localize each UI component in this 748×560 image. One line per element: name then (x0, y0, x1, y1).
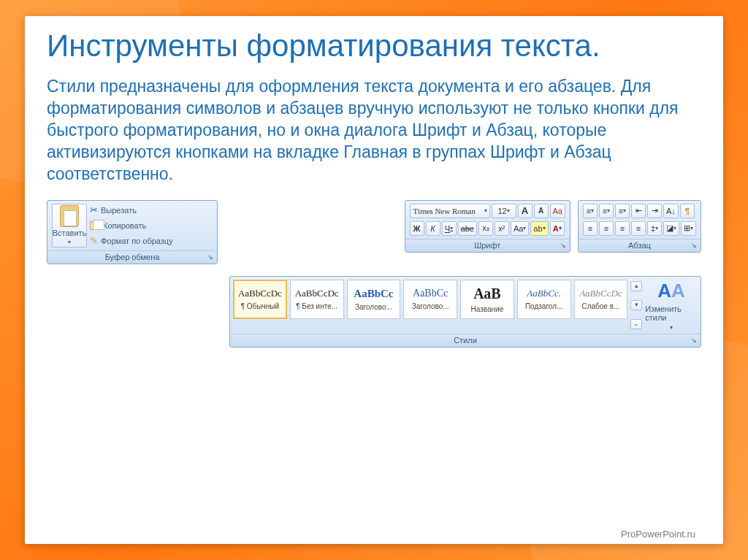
cut-label: Вырезать (101, 206, 137, 215)
style-label: Слабое в... (576, 302, 625, 310)
change-styles-icon: AA (657, 280, 685, 302)
paste-label: Вставить (53, 229, 87, 237)
clipboard-icon (60, 205, 79, 227)
bold-button[interactable]: Ж (410, 221, 424, 236)
styles-group-label: Стили ↘ (230, 334, 701, 347)
align-right-button[interactable]: ≡ (615, 221, 630, 236)
underline-button[interactable]: Ч▾ (442, 221, 457, 236)
dialog-launcher-icon[interactable]: ↘ (559, 242, 568, 250)
slide: Инструменты форматирования текста. Стили… (25, 16, 723, 544)
format-painter-label: Формат по образцу (101, 237, 173, 245)
line-spacing-button[interactable]: ‡▾ (647, 221, 662, 236)
font-color-button[interactable]: A▾ (550, 221, 565, 236)
style-card[interactable]: AaBbCcDc¶ Без инте... (290, 280, 344, 319)
style-card[interactable]: AaBbCcЗаголово... (403, 280, 457, 319)
style-card[interactable]: AaBbCcЗаголово... (347, 280, 401, 319)
chevron-down-icon: ▾ (68, 239, 71, 245)
grow-font-button[interactable]: A (518, 204, 533, 218)
style-sample: AaBbCc (354, 288, 393, 300)
scissors-icon: ✂ (90, 204, 98, 215)
style-sample: АаВ (473, 285, 501, 302)
copy-icon (90, 221, 100, 230)
strikethrough-button[interactable]: abe (458, 221, 477, 236)
dialog-launcher-icon[interactable]: ↘ (690, 337, 698, 345)
paragraph-group-label: Абзац ↘ (579, 239, 701, 252)
style-card[interactable]: AaBbCc.Подзагол... (517, 280, 571, 319)
dialog-launcher-icon[interactable]: ↘ (206, 253, 215, 262)
borders-button[interactable]: ⊞▾ (681, 221, 696, 236)
styles-scroll[interactable]: ▴▾⌄ (630, 280, 642, 331)
multilevel-button[interactable]: ≡▾ (615, 204, 630, 218)
clipboard-group: Вставить ▾ ✂ Вырезать Копировать (47, 200, 218, 264)
brush-icon: ✎ (90, 235, 98, 246)
style-label: Подзагол... (519, 302, 569, 310)
paste-button[interactable]: Вставить ▾ (52, 204, 87, 248)
style-sample: AaBbCcDc (579, 288, 622, 299)
shading-button[interactable]: ◪▾ (663, 221, 679, 236)
highlight-button[interactable]: ab▾ (530, 221, 548, 236)
align-center-button[interactable]: ≡ (599, 221, 614, 236)
style-sample: AaBbCc (413, 288, 448, 299)
decrease-indent-button[interactable]: ⇤ (631, 204, 646, 218)
shrink-font-button[interactable]: A (534, 204, 549, 218)
style-label: ¶ Без инте... (292, 302, 342, 310)
dialog-launcher-icon[interactable]: ↘ (690, 242, 698, 250)
copy-button[interactable]: Копировать (90, 219, 173, 232)
style-sample: AaBbCc. (527, 288, 561, 299)
style-sample: AaBbCcDc (238, 288, 282, 299)
show-marks-button[interactable]: ¶ (680, 204, 695, 218)
style-label: Заголово... (348, 303, 398, 311)
style-label: Заголово... (405, 302, 455, 310)
style-label: Название (462, 305, 512, 313)
paragraph-group: ≡▾ ≡▾ ≡▾ ⇤ ⇥ A↓ ¶ ≡ ≡ ≡ ≡ (578, 200, 701, 253)
sort-button[interactable]: A↓ (663, 204, 679, 218)
format-painter-button[interactable]: ✎ Формат по образцу (90, 234, 173, 248)
bullets-button[interactable]: ≡▾ (583, 204, 598, 218)
clipboard-group-label: Буфер обмена ↘ (47, 250, 217, 264)
clear-formatting-button[interactable]: Aa (550, 204, 565, 218)
slide-body: Стили предназначены для оформления текст… (47, 76, 701, 185)
style-card[interactable]: АаВНазвание (460, 280, 514, 319)
superscript-button[interactable]: x² (495, 221, 509, 236)
chevron-down-icon: ▾ (670, 324, 673, 331)
numbering-button[interactable]: ≡▾ (599, 204, 614, 218)
increase-indent-button[interactable]: ⇥ (647, 204, 662, 218)
change-styles-label: Изменить стили (645, 304, 698, 322)
font-group-label: Шрифт ↘ (405, 239, 570, 252)
styles-group: AaBbCcDc¶ ОбычныйAaBbCcDc¶ Без инте...Aa… (229, 276, 701, 348)
slide-title: Инструменты форматирования текста. (47, 29, 701, 63)
change-styles-button[interactable]: AAИзменить стили▾ (645, 280, 698, 331)
style-label: ¶ Обычный (235, 302, 285, 310)
align-left-button[interactable]: ≡ (583, 221, 598, 236)
font-group: Times New Roman▾ 12▾ A A Aa Ж К Ч▾ abe x… (405, 200, 570, 253)
style-card[interactable]: AaBbCcDc¶ Обычный (233, 280, 287, 319)
italic-button[interactable]: К (426, 221, 440, 236)
cut-button[interactable]: ✂ Вырезать (90, 204, 173, 217)
change-case-button[interactable]: Aa▾ (511, 221, 529, 236)
style-sample: AaBbCcDc (295, 288, 339, 299)
justify-button[interactable]: ≡ (631, 221, 646, 236)
font-size-combo[interactable]: 12▾ (492, 204, 516, 218)
font-name-combo[interactable]: Times New Roman▾ (410, 204, 490, 218)
watermark: ProPowerPoint.ru (621, 529, 695, 540)
copy-label: Копировать (103, 221, 146, 230)
style-card[interactable]: AaBbCcDcСлабое в... (574, 280, 628, 319)
subscript-button[interactable]: x₂ (478, 221, 493, 236)
